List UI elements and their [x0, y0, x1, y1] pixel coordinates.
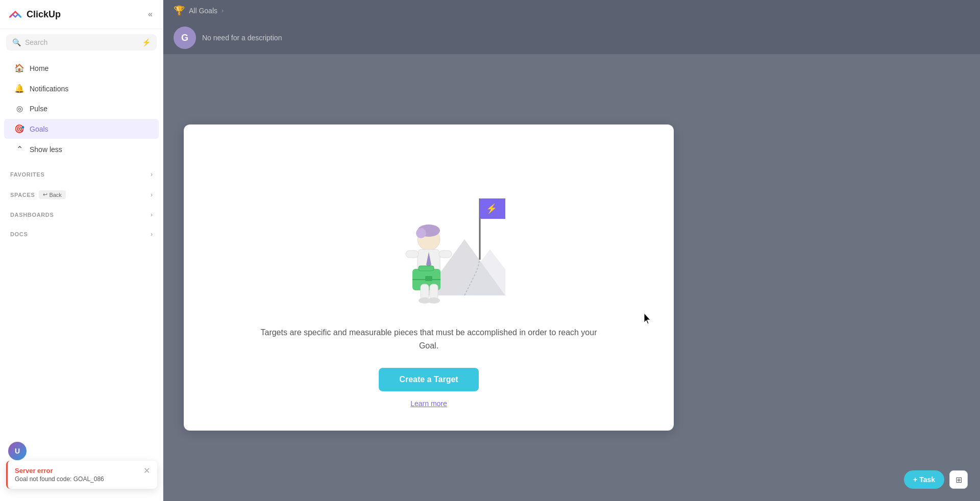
logo-area: ClickUp [8, 7, 61, 21]
learn-more-link[interactable]: Learn more [410, 399, 447, 408]
docs-label: DOCS [10, 231, 28, 237]
sidebar-header: ClickUp « [0, 0, 163, 29]
sidebar: ClickUp « 🔍 Search ⚡ 🏠 Home 🔔 Notificati… [0, 0, 163, 501]
home-icon: 🏠 [14, 63, 24, 73]
sidebar-item-show-less[interactable]: ⌃ Show less [4, 139, 159, 159]
grid-icon: ⊞ [955, 475, 962, 485]
targets-empty-state-card: ⚡ [184, 124, 674, 431]
create-target-button[interactable]: Create a Target [379, 368, 478, 391]
breadcrumb-arrow-icon: › [222, 7, 224, 14]
favorites-expand-icon[interactable]: › [151, 171, 153, 178]
spaces-back-button[interactable]: ↩ Back [39, 190, 65, 199]
toast-title: Server error [15, 467, 138, 474]
notification-icon: 🔔 [14, 84, 24, 93]
svg-rect-11 [439, 251, 452, 258]
pulse-label: Pulse [30, 105, 47, 113]
sidebar-item-pulse[interactable]: ◎ Pulse [4, 99, 159, 118]
svg-point-19 [428, 297, 440, 304]
error-toast: Server error Goal not found code: GOAL_0… [6, 461, 157, 489]
illustration-container: ⚡ [352, 147, 505, 311]
docs-expand-icon[interactable]: › [151, 231, 153, 238]
sidebar-item-goals[interactable]: 🎯 Goals [4, 119, 159, 139]
content-header: G No need for a description [163, 21, 980, 54]
toast-content: Server error Goal not found code: GOAL_0… [15, 467, 138, 483]
svg-rect-17 [430, 284, 438, 299]
goal-avatar: G [174, 27, 196, 49]
chevron-up-icon: ⌃ [14, 144, 24, 154]
docs-section[interactable]: DOCS › [0, 226, 163, 241]
svg-rect-15 [425, 276, 432, 281]
dashboards-expand-icon[interactable]: › [151, 211, 153, 218]
spaces-label: SPACES [10, 192, 35, 198]
sidebar-item-home[interactable]: 🏠 Home [4, 58, 159, 78]
lightning-icon: ⚡ [142, 38, 151, 46]
show-less-label: Show less [30, 145, 62, 154]
svg-rect-13 [419, 266, 434, 271]
spaces-label-group: SPACES ↩ Back [10, 190, 66, 199]
fab-area: + Task ⊞ [904, 470, 968, 489]
grid-view-button[interactable]: ⊞ [949, 470, 968, 489]
spaces-section[interactable]: SPACES ↩ Back › [0, 185, 163, 202]
back-arrow-icon: ↩ [43, 191, 47, 198]
collapse-sidebar-button[interactable]: « [146, 8, 155, 21]
search-icon: 🔍 [12, 38, 21, 46]
add-task-button[interactable]: + Task [904, 470, 944, 489]
favorites-section[interactable]: FAVORITES › [0, 166, 163, 181]
trophy-icon: 🏆 [174, 5, 185, 16]
toast-message: Goal not found code: GOAL_086 [15, 475, 138, 483]
notifications-label: Notifications [30, 85, 68, 93]
search-bar[interactable]: 🔍 Search ⚡ [6, 34, 157, 51]
card-container: ⚡ [163, 54, 980, 501]
svg-point-7 [416, 228, 426, 238]
goals-icon: 🎯 [14, 124, 24, 134]
clickup-logo-icon [8, 7, 22, 21]
pulse-icon: ◎ [14, 104, 24, 113]
spaces-expand-icon[interactable]: › [151, 191, 153, 198]
svg-rect-10 [406, 251, 419, 258]
app-name: ClickUp [27, 9, 61, 20]
top-bar: 🏆 All Goals › [163, 0, 980, 21]
svg-text:⚡: ⚡ [486, 203, 498, 214]
main-nav: 🏠 Home 🔔 Notifications ◎ Pulse 🎯 Goals ⌃… [0, 56, 163, 162]
main-content: 🏆 All Goals › G No need for a descriptio… [163, 0, 980, 501]
all-goals-breadcrumb[interactable]: All Goals [189, 7, 217, 15]
toast-close-button[interactable]: ✕ [143, 466, 150, 475]
goal-description: No need for a description [202, 34, 282, 42]
dashboards-section[interactable]: DASHBOARDS › [0, 206, 163, 221]
goals-label: Goals [30, 125, 48, 133]
avatar[interactable]: U [8, 442, 27, 460]
search-placeholder-text: Search [25, 38, 138, 46]
favorites-label: FAVORITES [10, 171, 44, 178]
home-label: Home [30, 64, 48, 72]
goals-illustration: ⚡ [352, 147, 505, 311]
dashboards-label: DASHBOARDS [10, 212, 54, 218]
svg-rect-16 [421, 284, 429, 299]
targets-description: Targets are specific and measurable piec… [250, 326, 607, 352]
sidebar-item-notifications[interactable]: 🔔 Notifications [4, 79, 159, 98]
back-label: Back [49, 192, 61, 198]
